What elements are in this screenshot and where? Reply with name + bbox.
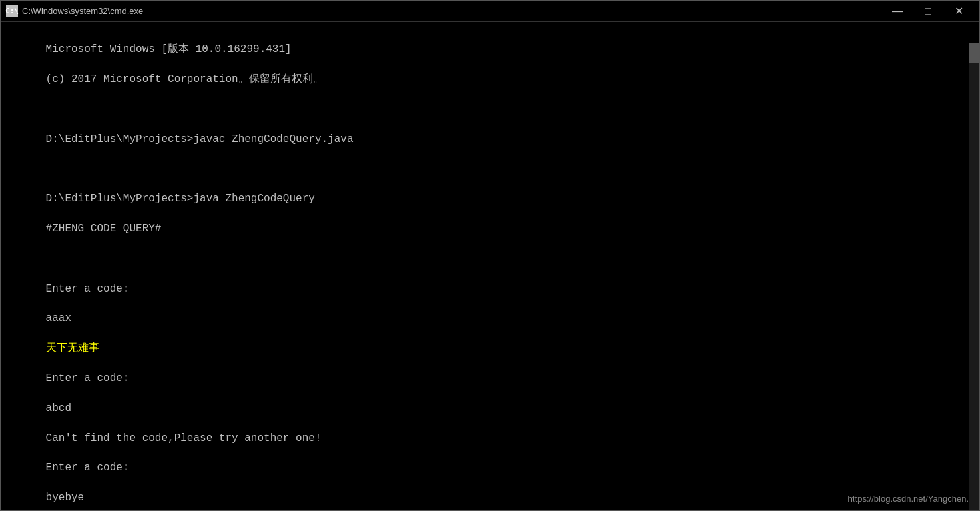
console-line-8: 天下无难事 (46, 342, 99, 354)
console-line-6: Enter a code: (46, 283, 130, 295)
console-output: Microsoft Windows [版本 10.0.16299.431] (c… (7, 27, 973, 510)
console-line-11: Can't find the code,Please try another o… (46, 432, 322, 444)
watermark: https://blog.csdn.net/Yangchen. (848, 494, 969, 504)
console-line-13: byebye (46, 492, 85, 504)
window-controls: — □ ✕ (882, 1, 974, 22)
console-line-5: #ZHENG CODE QUERY# (46, 223, 162, 235)
console-line-4: D:\EditPlus\MyProjects>java ZhengCodeQue… (46, 193, 315, 205)
console-line-7: aaax (46, 312, 71, 324)
window-title: C:\Windows\system32\cmd.exe (22, 6, 882, 16)
scrollbar[interactable] (969, 43, 979, 510)
console-area[interactable]: Microsoft Windows [版本 10.0.16299.431] (c… (1, 22, 979, 510)
console-line-2: (c) 2017 Microsoft Corporation。保留所有权利。 (46, 73, 324, 85)
close-button[interactable]: ✕ (943, 1, 974, 22)
scrollbar-thumb[interactable] (969, 43, 979, 63)
minimize-button[interactable]: — (882, 1, 913, 22)
titlebar: C:\ C:\Windows\system32\cmd.exe — □ ✕ (1, 1, 979, 22)
console-line-3: D:\EditPlus\MyProjects>javac ZhengCodeQu… (46, 133, 354, 145)
cmd-window: C:\ C:\Windows\system32\cmd.exe — □ ✕ Mi… (0, 0, 980, 511)
maximize-button[interactable]: □ (913, 1, 943, 22)
console-line-12: Enter a code: (46, 462, 130, 474)
cmd-icon: C:\ (6, 5, 18, 17)
console-line-9: Enter a code: (46, 372, 130, 384)
console-line-1: Microsoft Windows [版本 10.0.16299.431] (46, 43, 292, 55)
console-line-10: abcd (46, 402, 71, 414)
